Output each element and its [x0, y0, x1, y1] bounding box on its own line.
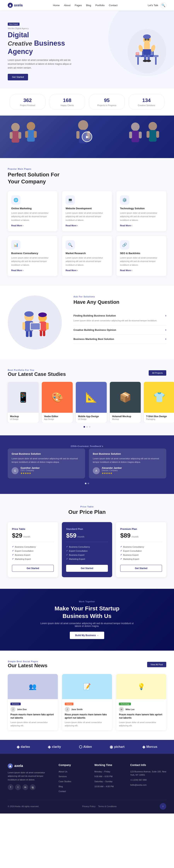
nav-pages[interactable]: Pages — [75, 4, 82, 7]
footer-logo-icon — [8, 764, 13, 769]
svg-rect-47 — [23, 322, 25, 330]
nav-portfolio[interactable]: Portfolio — [95, 4, 105, 7]
play-button[interactable] — [82, 132, 92, 142]
svg-rect-49 — [26, 331, 29, 337]
dot-2[interactable] — [89, 426, 90, 428]
blog-card-body-2: Technology M Mike Lee Praum mauris rhare… — [116, 699, 166, 730]
testimonial-author-1: A Alexander Jamber Director, Company ★★★… — [93, 467, 163, 474]
footer-link-about[interactable]: About Us — [59, 769, 89, 774]
footer-link-case[interactable]: Case Studies — [59, 779, 89, 784]
faq-section: Ask For Solutions Have Any Question Find… — [0, 286, 174, 359]
svg-rect-42 — [147, 131, 149, 138]
pricing-btn-1[interactable]: Get Started — [66, 565, 108, 572]
navbar: axela Home About Pages Blog Portfolio Co… — [0, 0, 174, 10]
partner-clarity: ◈ clarity — [48, 745, 61, 749]
blog-card-2[interactable]: 💡 Technology M Mike Lee Praum mauris rha… — [116, 674, 166, 730]
privacy-link[interactable]: Privacy Policy — [82, 805, 95, 808]
read-more-5[interactable]: Read More › — [120, 269, 132, 272]
author-name-1: Alexander Jamber — [102, 467, 122, 469]
stat-number-2: 95 — [93, 97, 121, 103]
svg-rect-27 — [18, 132, 21, 139]
hero-text: Best Rated We Are Digital Agency Digital… — [8, 22, 74, 81]
testimonial-author-0: G Guenther Jamber CEO, Company ★★★★★ — [11, 467, 81, 474]
service-title-4: Market Research — [65, 252, 108, 255]
case-card-0[interactable]: 📱 Mockup UI Design — [8, 382, 39, 423]
test-dot-1[interactable] — [88, 483, 89, 484]
case-card-2[interactable]: 📐 Mobile App Design UI Design — [76, 382, 107, 423]
service-card-4: 🔍 Market Research Lorem ipsum dolor sit … — [62, 236, 112, 276]
read-more-2[interactable]: Read More › — [120, 224, 132, 227]
nav-blog[interactable]: Blog — [86, 4, 91, 7]
faq-item-1[interactable]: Creative Building Business Opinion › Lor… — [74, 326, 166, 335]
case-card-img-3: 📦 — [110, 382, 141, 413]
hero-subtitle: We Are Digital Agency — [8, 27, 74, 30]
test-dot-0[interactable] — [85, 483, 86, 484]
footer-link-contact[interactable]: Contact — [59, 789, 89, 794]
faq-item-0[interactable]: Finding Building Business Solution › Lor… — [74, 311, 166, 326]
service-card-5: 🔗 SEO & Backlinks Lorem ipsum dolor sit … — [117, 236, 166, 276]
hero-title-line1: Digital — [8, 31, 29, 39]
stat-label-3: Creative Solutions — [133, 104, 160, 106]
linkedin-button[interactable]: in — [23, 784, 28, 790]
svg-rect-25 — [11, 131, 19, 143]
back-to-top-button[interactable]: ↑ — [160, 803, 166, 810]
case-card-3[interactable]: 📦 Holamall Mockup Mockup — [110, 382, 141, 423]
dot-0[interactable] — [84, 426, 85, 428]
case-card-1[interactable]: 🎨 Veebo Editor App Design — [42, 382, 73, 423]
nav-contact[interactable]: Contact — [109, 4, 118, 7]
footer-contact-title: Contact Info — [130, 764, 166, 767]
case-card-info-1: Veebo Editor App Design — [42, 413, 73, 423]
footer-bottom-links: Privacy Policy Terms & Conditions — [82, 805, 117, 808]
pricing-price-row-2: $89 /month — [120, 532, 162, 539]
hero-cta-button[interactable]: Get Started — [8, 74, 28, 81]
facebook-button[interactable]: f — [8, 784, 13, 790]
faq-item-2[interactable]: Business Marketing Best Solution › Lorem… — [74, 335, 166, 344]
nav-home[interactable]: Home — [53, 4, 60, 7]
nav-about[interactable]: About — [64, 4, 70, 7]
terms-link[interactable]: Terms & Conditions — [98, 805, 117, 808]
footer-link-services[interactable]: Services — [59, 774, 89, 779]
svg-rect-57 — [43, 331, 45, 336]
carousel-dots — [0, 426, 174, 428]
cta-button[interactable]: Build My Business → — [70, 632, 104, 639]
read-more-4[interactable]: Read More › — [65, 269, 78, 272]
pricing-grid: Price Table $29 /month Business Consulta… — [8, 522, 166, 577]
morcus-icon: ◆ — [142, 745, 145, 749]
case-card-cat-0: UI Design — [10, 418, 36, 420]
read-more-3[interactable]: Read More › — [11, 269, 23, 272]
all-projects-button[interactable]: All Projects — [149, 370, 166, 376]
blog-card-1[interactable]: 📝 Startup J Jane Smith Risus praum mauri… — [62, 674, 112, 730]
blog-header: Simple Best Social Pages Our Latest News… — [8, 660, 166, 669]
services-section: Popular Main Pages Perfect Solution ForY… — [0, 158, 174, 286]
read-more-1[interactable]: Read More › — [65, 224, 78, 227]
pricing-feature-1-0: Business Consultancy — [66, 545, 108, 549]
footer-address: 123 Business Avenue, Suite 100, New York… — [130, 769, 166, 778]
search-button[interactable]: 🔍 — [161, 2, 166, 8]
twitter-button[interactable]: t — [15, 784, 21, 790]
instagram-button[interactable]: ig — [30, 784, 35, 790]
footer-wt-2: Saturday – Sunday — [94, 779, 124, 784]
view-all-button[interactable]: View All Post — [147, 662, 166, 667]
footer-link-blog[interactable]: Blog — [59, 784, 89, 789]
svg-point-40 — [148, 122, 157, 130]
pricing-plan-2: Premium Plan — [120, 528, 162, 530]
pichart-name: pichart — [114, 745, 124, 749]
case-card-4[interactable]: 👕 T-Shirt Box Design Packaging — [144, 382, 174, 423]
pricing-btn-2[interactable]: Get Started — [120, 565, 162, 572]
stat-number-3: 134 — [133, 97, 160, 103]
read-more-0[interactable]: Read More › — [11, 224, 23, 227]
clarity-name: clarity — [52, 745, 61, 749]
online-marketing-icon: 🌐 — [11, 195, 21, 205]
pricing-tag: Price Table — [8, 505, 166, 508]
services-title: Perfect Solution ForYour Company — [8, 171, 166, 185]
login-button[interactable]: Let's Talk — [148, 4, 158, 7]
blog-badge-2: Technology — [119, 703, 131, 705]
blog-card-0[interactable]: 👥 Business J John Doe Praum mauris rhare… — [8, 674, 58, 730]
case-card-cat-2: UI Design — [78, 418, 105, 420]
pricing-btn-0[interactable]: Get Started — [12, 565, 54, 572]
blog-badge-1: Startup — [65, 703, 74, 705]
seo-icon: 🔗 — [120, 240, 129, 249]
brand-logo[interactable]: axela — [8, 3, 23, 8]
dot-1[interactable] — [86, 426, 88, 428]
blog-title: Our Latest News — [8, 662, 47, 669]
